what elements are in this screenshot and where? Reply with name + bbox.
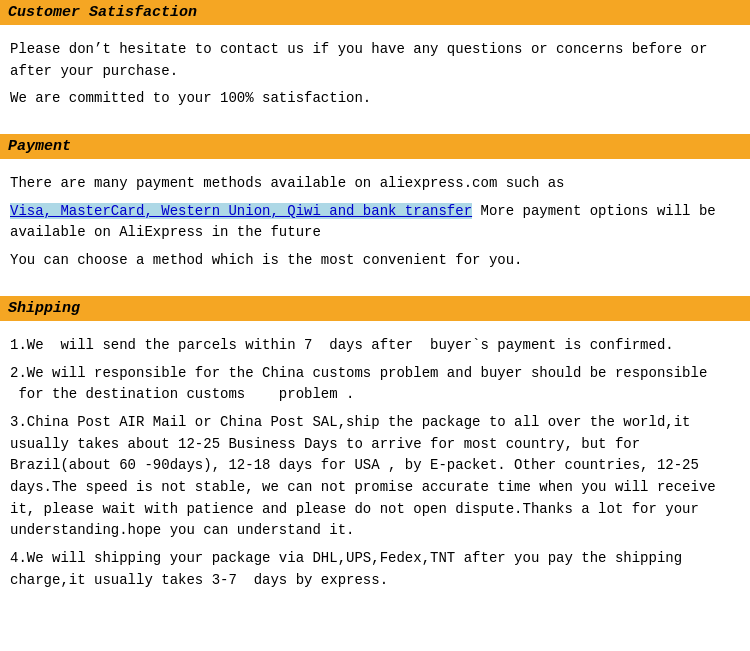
payment-methods-paragraph: Visa, MasterCard, Western Union, Qiwi an… — [10, 201, 740, 244]
customer-satisfaction-para-2: We are committed to your 100% satisfacti… — [10, 88, 740, 110]
customer-satisfaction-section: Customer Satisfaction Please don’t hesit… — [0, 0, 750, 130]
customer-satisfaction-content: Please don’t hesitate to contact us if y… — [0, 33, 750, 130]
shipping-item-3: 3.China Post AIR Mail or China Post SAL,… — [10, 412, 740, 542]
payment-intro: There are many payment methods available… — [10, 173, 740, 195]
shipping-header: Shipping — [0, 296, 750, 321]
payment-methods-highlight: Visa, MasterCard, Western Union, Qiwi an… — [10, 203, 472, 219]
payment-choice: You can choose a method which is the mos… — [10, 250, 740, 272]
shipping-item-1: 1.We will send the parcels within 7 days… — [10, 335, 740, 357]
shipping-section: Shipping 1.We will send the parcels with… — [0, 296, 750, 612]
customer-satisfaction-title: Customer Satisfaction — [8, 4, 197, 21]
page-container: Customer Satisfaction Please don’t hesit… — [0, 0, 750, 611]
payment-title: Payment — [8, 138, 71, 155]
customer-satisfaction-header: Customer Satisfaction — [0, 0, 750, 25]
payment-section: Payment There are many payment methods a… — [0, 134, 750, 292]
shipping-item-4: 4.We will shipping your package via DHL,… — [10, 548, 740, 591]
customer-satisfaction-para-1: Please don’t hesitate to contact us if y… — [10, 39, 740, 82]
shipping-content: 1.We will send the parcels within 7 days… — [0, 329, 750, 612]
payment-content: There are many payment methods available… — [0, 167, 750, 292]
payment-header: Payment — [0, 134, 750, 159]
shipping-item-2: 2.We will responsible for the China cust… — [10, 363, 740, 406]
shipping-title: Shipping — [8, 300, 80, 317]
